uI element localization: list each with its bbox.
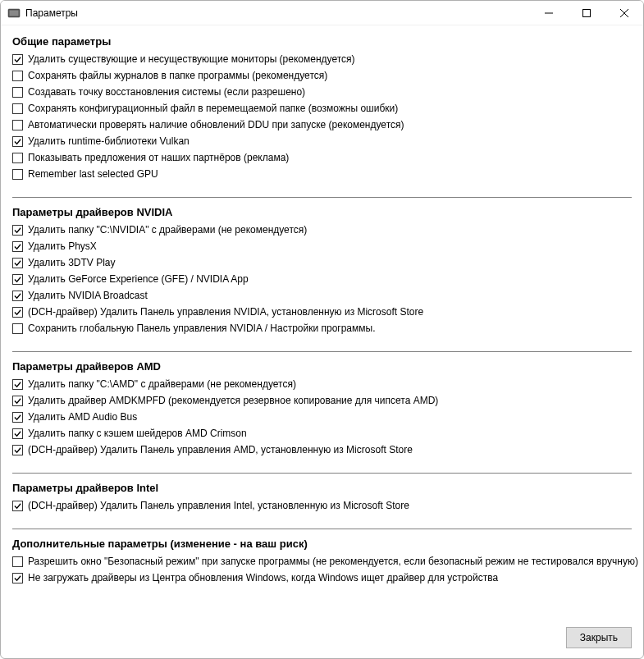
- option-label: Удалить папку "C:\NVIDIA" с драйверами (…: [28, 224, 307, 236]
- amd-option-0[interactable]: Удалить папку "C:\AMD" с драйверами (не …: [12, 376, 632, 392]
- general-option-7[interactable]: Remember last selected GPU: [12, 166, 632, 182]
- nvidia-option-6[interactable]: Сохранить глобальную Панель управления N…: [12, 320, 632, 336]
- general-option-4[interactable]: Автоматически проверять наличие обновлен…: [12, 117, 632, 133]
- section-advanced-title: Дополнительные параметры (изменение - на…: [12, 538, 632, 550]
- option-label: Удалить runtime-библиотеки Vulkan: [28, 135, 190, 147]
- checkbox[interactable]: [12, 241, 23, 252]
- nvidia-option-4[interactable]: Удалить NVIDIA Broadcast: [12, 287, 632, 304]
- divider: [12, 473, 632, 474]
- option-label: Remember last selected GPU: [28, 168, 158, 180]
- option-label: Сохранять файлы журналов в папке програм…: [28, 70, 327, 81]
- option-label: Удалить папку "C:\AMD" с драйверами (не …: [28, 378, 296, 390]
- checkbox[interactable]: [12, 120, 23, 130]
- window-title: Параметры: [25, 7, 530, 19]
- section-nvidia-title: Параметры драйверов NVIDIA: [12, 206, 632, 218]
- checkbox[interactable]: [12, 428, 23, 439]
- option-label: Удалить NVIDIA Broadcast: [28, 290, 148, 301]
- general-option-5[interactable]: Удалить runtime-библиотеки Vulkan: [12, 133, 632, 149]
- general-option-1[interactable]: Сохранять файлы журналов в папке програм…: [12, 67, 632, 84]
- general-option-3[interactable]: Сохранять конфигурационный файл в переме…: [12, 100, 632, 117]
- section-general: Общие параметры Удалить существующие и н…: [12, 35, 632, 182]
- nvidia-option-0[interactable]: Удалить папку "C:\NVIDIA" с драйверами (…: [12, 222, 632, 238]
- option-label: Удалить 3DTV Play: [28, 257, 116, 268]
- option-label: Удалить PhysX: [28, 240, 97, 252]
- option-label: Показывать предложения от наших партнёро…: [28, 152, 289, 163]
- option-label: Создавать точку восстановления системы (…: [28, 86, 305, 98]
- general-option-6[interactable]: Показывать предложения от наших партнёро…: [12, 149, 632, 166]
- amd-option-2[interactable]: Удалить AMD Audio Bus: [12, 409, 632, 425]
- checkbox[interactable]: [12, 396, 23, 406]
- section-amd-title: Параметры драйверов AMD: [12, 360, 632, 373]
- checkbox[interactable]: [12, 136, 23, 147]
- intel-option-0[interactable]: (DCH-драйвер) Удалить Панель управления …: [12, 497, 632, 514]
- section-amd: Параметры драйверов AMD Удалить папку "C…: [12, 360, 632, 458]
- close-button[interactable]: [605, 1, 643, 25]
- checkbox[interactable]: [12, 87, 23, 98]
- app-icon: [7, 7, 21, 20]
- footer: Закрыть: [1, 619, 643, 658]
- section-intel: Параметры драйверов Intel (DCH-драйвер) …: [12, 482, 632, 514]
- titlebar: Параметры: [1, 1, 643, 25]
- advanced-option-1[interactable]: Не загружать драйверы из Центра обновлен…: [12, 570, 632, 586]
- option-label: Удалить GeForce Experience (GFE) / NVIDI…: [28, 273, 249, 285]
- close-dialog-button[interactable]: Закрыть: [566, 627, 632, 648]
- option-label: (DCH-драйвер) Удалить Панель управления …: [28, 444, 413, 455]
- content-area: Общие параметры Удалить существующие и н…: [1, 25, 643, 619]
- option-label: Удалить папку с кэшем шейдеров AMD Crims…: [28, 428, 247, 439]
- checkbox[interactable]: [12, 501, 23, 511]
- option-label: (DCH-драйвер) Удалить Панель управления …: [28, 500, 409, 511]
- checkbox[interactable]: [12, 379, 23, 390]
- svg-rect-3: [583, 9, 591, 16]
- general-option-2[interactable]: Создавать точку восстановления системы (…: [12, 84, 632, 100]
- nvidia-option-5[interactable]: (DCH-драйвер) Удалить Панель управления …: [12, 304, 632, 320]
- checkbox[interactable]: [12, 225, 23, 236]
- nvidia-option-2[interactable]: Удалить 3DTV Play: [12, 254, 632, 271]
- section-nvidia: Параметры драйверов NVIDIA Удалить папку…: [12, 206, 632, 336]
- advanced-option-0[interactable]: Разрешить окно "Безопасный режим" при за…: [12, 553, 632, 570]
- amd-option-4[interactable]: (DCH-драйвер) Удалить Панель управления …: [12, 442, 632, 458]
- checkbox[interactable]: [12, 71, 23, 81]
- checkbox[interactable]: [12, 556, 23, 567]
- checkbox[interactable]: [12, 323, 23, 334]
- maximize-button[interactable]: [568, 1, 605, 25]
- checkbox[interactable]: [12, 291, 23, 301]
- checkbox[interactable]: [12, 445, 23, 455]
- section-advanced: Дополнительные параметры (изменение - на…: [12, 538, 632, 586]
- checkbox[interactable]: [12, 573, 23, 583]
- divider: [12, 529, 632, 529]
- checkbox[interactable]: [12, 169, 23, 180]
- option-label: Разрешить окно "Безопасный режим" при за…: [28, 556, 638, 567]
- option-label: (DCH-драйвер) Удалить Панель управления …: [28, 306, 423, 318]
- checkbox[interactable]: [12, 153, 23, 163]
- option-label: Не загружать драйверы из Центра обновлен…: [28, 572, 498, 583]
- option-label: Удалить существующие и несуществующие мо…: [28, 53, 355, 65]
- section-intel-title: Параметры драйверов Intel: [12, 482, 632, 494]
- nvidia-option-1[interactable]: Удалить PhysX: [12, 238, 632, 254]
- checkbox[interactable]: [12, 103, 23, 114]
- option-label: Сохранять конфигурационный файл в переме…: [28, 103, 398, 114]
- general-option-0[interactable]: Удалить существующие и несуществующие мо…: [12, 51, 632, 67]
- option-label: Сохранить глобальную Панель управления N…: [28, 323, 376, 334]
- checkbox[interactable]: [12, 274, 23, 285]
- checkbox[interactable]: [12, 258, 23, 268]
- option-label: Автоматически проверять наличие обновлен…: [28, 119, 404, 130]
- checkbox[interactable]: [12, 307, 23, 318]
- divider: [12, 351, 632, 352]
- amd-option-1[interactable]: Удалить драйвер AMDKMPFD (рекомендуется …: [12, 392, 632, 409]
- divider: [12, 197, 632, 198]
- checkbox[interactable]: [12, 412, 23, 423]
- section-general-title: Общие параметры: [12, 35, 632, 48]
- nvidia-option-3[interactable]: Удалить GeForce Experience (GFE) / NVIDI…: [12, 271, 632, 287]
- amd-option-3[interactable]: Удалить папку с кэшем шейдеров AMD Crims…: [12, 425, 632, 442]
- option-label: Удалить AMD Audio Bus: [28, 411, 137, 423]
- minimize-button[interactable]: [530, 1, 568, 25]
- option-label: Удалить драйвер AMDKMPFD (рекомендуется …: [28, 395, 438, 406]
- svg-rect-1: [10, 10, 19, 16]
- checkbox[interactable]: [12, 54, 23, 65]
